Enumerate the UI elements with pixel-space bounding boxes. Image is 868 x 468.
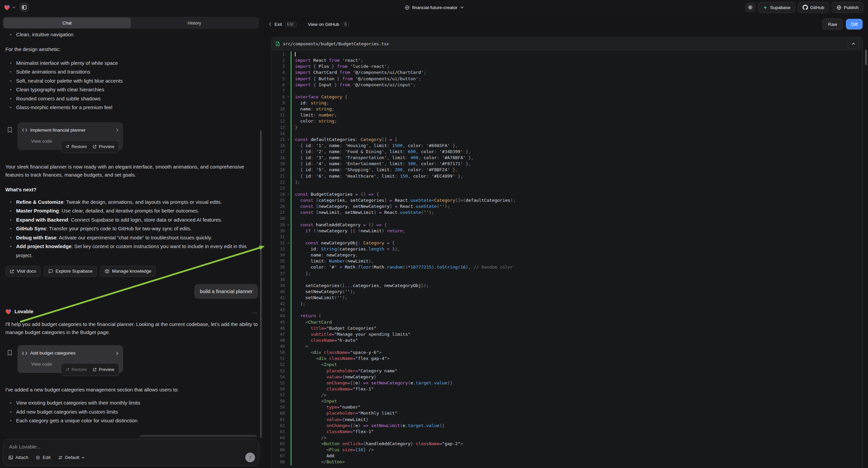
manage-knowledge-button[interactable]: Manage knowledge <box>100 266 156 276</box>
code-line: 2import React from 'react'; <box>272 57 863 63</box>
supabase-button[interactable]: Supabase <box>758 2 795 13</box>
code-line: 63 className="flex-1" <box>272 429 863 435</box>
code-line: 16 { id: '1', name: 'Housing', limit: 15… <box>272 143 863 149</box>
code-line: 56 className="flex-1" <box>272 386 863 392</box>
raw-toggle-button[interactable]: Raw <box>823 19 843 30</box>
chevron-right-icon <box>116 128 118 132</box>
added-file-icon <box>276 41 280 46</box>
diff-toggle-button[interactable]: Diff <box>846 19 863 30</box>
code-line: 30 if (!newCategory || !newLimit) return… <box>272 228 863 234</box>
preview-button[interactable]: Preview <box>93 365 114 374</box>
code-line: 34 name: newCategory, <box>272 252 863 258</box>
code-line: 50 <div className="space-y-6"> <box>272 350 863 355</box>
chat-input[interactable] <box>5 442 257 450</box>
publish-globe-icon <box>836 5 841 10</box>
code-line: 10 name: string; <box>272 106 863 112</box>
code-line: 53 placeholder="Category name" <box>272 368 863 374</box>
github-button[interactable]: GitHub <box>798 2 829 13</box>
project-selector[interactable]: financial-future-creator <box>404 5 463 10</box>
list-item: Rounded corners and subtle shadows <box>5 94 258 104</box>
code-line: 55 onChange={(e) => setNewCategory(e.tar… <box>272 380 863 386</box>
code-line: 20 { id: '5', name: 'Shopping', limit: 2… <box>272 167 863 173</box>
chat-scrollbar[interactable] <box>260 130 262 438</box>
chevron-down-icon <box>82 457 85 459</box>
preview-button[interactable]: Preview <box>93 143 114 151</box>
arrow-up-icon: ↑ <box>249 455 252 461</box>
code-line: 23 <box>272 185 863 192</box>
code-line: 45 <ChartCard <box>272 319 863 325</box>
code-line: 7 <box>272 88 863 94</box>
more-options-button[interactable]: … <box>252 308 258 316</box>
supabase-bolt-icon <box>763 5 768 10</box>
code-line: 39 setCategories([...categories, newCate… <box>272 283 863 289</box>
list-item: Expand with Backend: Connect Supabase to… <box>5 215 258 225</box>
code-scrollbar[interactable] <box>865 50 867 65</box>
whats-next-heading: What's next? <box>5 186 258 194</box>
back-chevron-icon[interactable] <box>269 22 272 26</box>
card-hover-actions: ↺ Restore Preview <box>61 140 119 153</box>
list-item: Minimalist interface with plenty of whit… <box>5 59 258 68</box>
mode-selector[interactable]: Default <box>58 455 85 460</box>
tab-history[interactable]: History <box>131 18 258 28</box>
code-panel: Exit ESC View on GitHub G Raw Diff src/c… <box>264 15 868 468</box>
code-line: 21 { id: '6', name: 'Healthcare', limit:… <box>272 173 863 179</box>
toggle-sidebar-button[interactable] <box>20 3 29 12</box>
visit-docs-button[interactable]: Visit docs <box>5 266 40 276</box>
code-line: 24∨const BudgetCategories = () => { <box>272 192 863 197</box>
settings-button[interactable] <box>745 2 755 12</box>
code-line: 62 onChange={(e) => setNewLimit(e.target… <box>272 423 863 429</box>
explore-supabase-button[interactable]: Explore Supabase <box>44 266 97 276</box>
publish-button[interactable]: Publish <box>832 2 863 13</box>
code-line: 42 }; <box>272 301 863 307</box>
user-message: build a financial planner <box>194 284 258 299</box>
publish-label: Publish <box>844 5 859 10</box>
assistant-reply: I'll help you add budget categories to t… <box>5 320 258 337</box>
code-line: 36 color: '#' + Math.floor(Math.random()… <box>272 264 863 270</box>
code-line: 3import { Plus } from 'lucide-react'; <box>272 63 863 69</box>
code-line: 67 Add <box>272 453 863 459</box>
image-attach-icon <box>8 455 13 460</box>
restore-button[interactable]: ↺ Restore <box>66 365 87 374</box>
g-key-badge: G <box>342 22 349 27</box>
code-line: 66 <Plus size={16} /> <box>272 447 863 453</box>
chat-composer: Attach Edit Defaul <box>3 439 259 466</box>
bookmark-icon[interactable] <box>7 350 12 356</box>
file-header[interactable]: src/components/budget/BudgetCategories.t… <box>272 37 863 50</box>
esc-key-badge: ESC <box>285 22 297 27</box>
lovable-heart-icon <box>5 309 11 315</box>
chat-history-tabs: Chat History <box>3 17 259 29</box>
code-line: 41 setNewLimit(''); <box>272 295 863 301</box>
code-view-header: Exit ESC View on GitHub G Raw Diff <box>264 15 868 34</box>
code-line: 5import { Button } from '@/components/ui… <box>272 76 863 82</box>
logo-chevron-down-icon[interactable] <box>12 6 16 8</box>
code-line: 49 > <box>272 344 863 350</box>
external-link-icon <box>10 269 14 273</box>
supabase-label: Supabase <box>770 5 790 10</box>
code-line: 58 <Input <box>272 398 863 404</box>
code-line: 47 subtitle="Manage your spending limits… <box>272 331 863 338</box>
code-line: 32∨ const newCategoryObj: Category = { <box>272 240 863 246</box>
edit-button[interactable]: Edit <box>36 455 50 460</box>
send-button[interactable]: ↑ <box>245 452 255 462</box>
lovable-logo-icon[interactable] <box>4 5 10 10</box>
external-link-icon <box>93 368 97 372</box>
collapse-file-button[interactable] <box>848 39 859 49</box>
list-item: Clean typography with clear hierarchies <box>5 85 258 94</box>
exit-button[interactable]: Exit <box>275 22 282 27</box>
list-item: Each category gets a unique color for vi… <box>5 416 258 426</box>
code-line: 15∨const defaultCategories: Category[] =… <box>272 137 863 143</box>
version-card-title: Implement financial planner <box>30 126 86 134</box>
user-message: would be cool if you could add budget ca… <box>138 435 258 437</box>
list-item: GitHub Sync: Transfer your project's cod… <box>5 224 258 233</box>
restore-button[interactable]: ↺ Restore <box>66 143 87 151</box>
attach-button[interactable]: Attach <box>8 455 28 460</box>
list-item: Add new budget categories with custom li… <box>5 408 258 417</box>
bookmark-icon[interactable] <box>7 127 12 133</box>
code-line: 25 const [categories, setCategories] = R… <box>272 197 863 203</box>
chat-scrollback: Clean, intuitive navigation For the desi… <box>0 30 264 437</box>
tab-chat[interactable]: Chat <box>3 18 131 28</box>
view-on-github-button[interactable]: View on GitHub <box>308 22 340 27</box>
design-bullet-list: Minimalist interface with plenty of whit… <box>5 59 258 112</box>
sliders-icon <box>58 455 63 460</box>
code-brackets-icon <box>22 351 27 355</box>
